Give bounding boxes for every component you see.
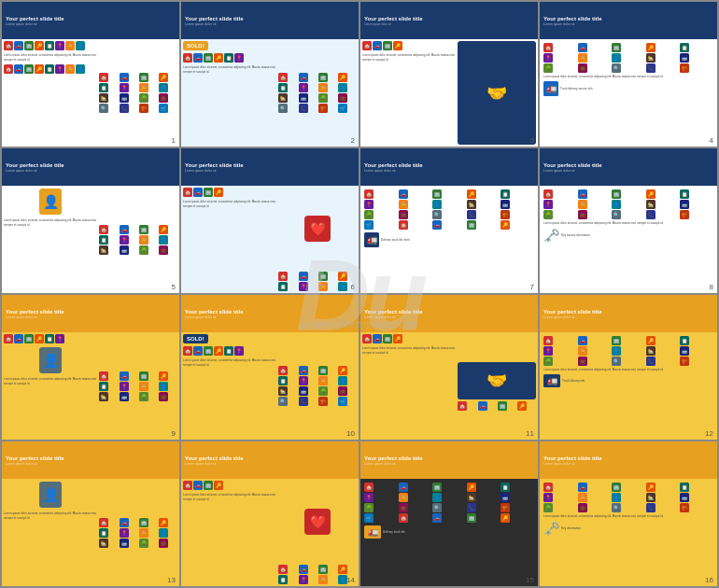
slide-11-title: Your perfect slide title	[364, 309, 534, 315]
slide-7-num: 7	[530, 283, 534, 291]
slide-5-num: 5	[172, 283, 176, 291]
slide-13-lorem: Lorem ipsum dolor sit amet, consectetur …	[4, 511, 97, 520]
slide-16-num: 16	[705, 576, 713, 584]
slide-12[interactable]: Your perfect slide title Lorem ipsum dol…	[540, 295, 717, 440]
slide-6[interactable]: Your perfect slide title Lorem ipsum dol…	[181, 148, 359, 293]
sold-badge: SOLD!	[183, 41, 208, 50]
slide-3[interactable]: Your perfect slide title Lorem ipsum dol…	[360, 2, 538, 147]
slide-15-title: Your perfect slide title	[364, 455, 534, 461]
slide-1[interactable]: Your perfect slide title Lorem ipsum dol…	[2, 2, 179, 147]
slide-7[interactable]: Your perfect slide title Lorem ipsum dol…	[360, 148, 538, 293]
slide-8[interactable]: Your perfect slide title Lorem ipsum dol…	[540, 148, 717, 293]
slide-11-num: 11	[526, 429, 534, 438]
slide-3-lorem: Lorem ipsum dolor sit amet, consectetur …	[362, 53, 456, 62]
slide-1-sub: Lorem ipsum dolor sit	[6, 22, 176, 26]
slide-4-lorem: Lorem ipsum dolor sit amet, consectetur …	[543, 75, 713, 79]
slide-14-title: Your perfect slide title	[185, 455, 355, 461]
slide-13-num: 13	[167, 576, 176, 584]
slide-14[interactable]: Your perfect slide title Lorem ipsum dol…	[181, 441, 359, 586]
handshake-icon: 🤝	[486, 83, 507, 104]
slide-1-num: 1	[172, 136, 176, 145]
slide-6-lorem: Lorem ipsum dolor sit amet, consectetur …	[183, 200, 276, 208]
slide-5-title: Your perfect slide title	[6, 162, 176, 168]
slide-2-lorem: Lorem ipsum dolor sit amet, consectetur …	[183, 65, 276, 74]
slide-11-lorem: Lorem ipsum dolor sit amet, consectetur …	[362, 346, 456, 355]
slide-4-num: 4	[710, 136, 713, 145]
slide-9-title: Your perfect slide title	[6, 309, 176, 315]
slide-9[interactable]: Your perfect slide title Lorem ipsum dol…	[2, 295, 179, 440]
slide-3-title: Your perfect slide title	[364, 16, 534, 21]
slide-10[interactable]: Your perfect slide title Lorem ipsum dol…	[181, 295, 359, 440]
slide-13[interactable]: Your perfect slide title Lorem ipsum dol…	[2, 441, 179, 586]
slide-12-num: 12	[705, 429, 713, 438]
slide-4[interactable]: Your perfect slide title Lorem ipsum dol…	[540, 2, 717, 147]
slide-14-num: 14	[346, 576, 355, 584]
slide-6-title: Your perfect slide title	[185, 162, 355, 168]
slide-7-title: Your perfect slide title	[364, 162, 534, 168]
slide-9-lorem: Lorem ipsum dolor sit amet, consectetur …	[4, 377, 97, 385]
slide-8-lorem: Lorem ipsum dolor sit amet, consectetur …	[543, 221, 713, 226]
slide-10-title: Your perfect slide title	[185, 309, 355, 315]
slide-1-title: Your perfect slide title	[6, 16, 176, 21]
slide-2-num: 2	[351, 136, 355, 145]
slide-3-num: 3	[530, 136, 534, 145]
slide-2[interactable]: Your perfect slide title Lorem ipsum dol…	[181, 2, 359, 147]
slide-9-num: 9	[172, 429, 176, 438]
slide-8-num: 8	[710, 283, 713, 291]
slide-5-lorem: Lorem ipsum dolor sit amet, consectetur …	[4, 218, 97, 227]
slide-16[interactable]: Your perfect slide title Lorem ipsum dol…	[540, 441, 717, 586]
slide-8-title: Your perfect slide title	[543, 162, 713, 168]
slide-2-title: Your perfect slide title	[185, 16, 355, 21]
sold-badge-10: SOLD!	[183, 334, 208, 343]
slide-6-num: 6	[351, 283, 355, 291]
slide-5[interactable]: Your perfect slide title Lorem ipsum dol…	[2, 148, 179, 293]
slide-1-lorem: Lorem ipsum dolor sit amet, consectetur …	[4, 53, 97, 62]
slide-14-lorem: Lorem ipsum dolor sit amet, consectetur …	[183, 493, 276, 501]
slide-10-num: 10	[346, 429, 355, 438]
slide-16-lorem: Lorem ipsum dolor sit amet, consectetur …	[543, 514, 713, 519]
slide-2-sub: Lorem ipsum dolor sit	[185, 22, 355, 26]
slide-16-title: Your perfect slide title	[543, 455, 713, 461]
slide-11[interactable]: Your perfect slide title Lorem ipsum dol…	[360, 295, 538, 440]
slide-10-lorem: Lorem ipsum dolor sit amet, consectetur …	[183, 358, 276, 367]
slide-13-title: Your perfect slide title	[6, 455, 176, 461]
slide-15[interactable]: Your perfect slide title Lorem ipsum dol…	[360, 441, 538, 586]
slide-grid: Your perfect slide title Lorem ipsum dol…	[0, 0, 719, 588]
slide-12-title: Your perfect slide title	[543, 309, 713, 315]
slide-4-title: Your perfect slide title	[543, 16, 713, 21]
slide-12-lorem: Lorem ipsum dolor sit amet, consectetur …	[543, 368, 713, 372]
slide-15-num: 15	[526, 576, 534, 584]
